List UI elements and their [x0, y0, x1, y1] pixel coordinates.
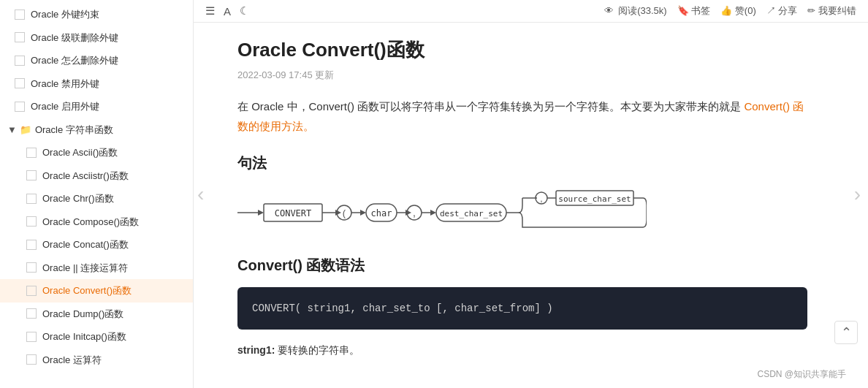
svg-text:dest_char_set: dest_char_set [440, 209, 503, 218]
file-icon [15, 9, 25, 20]
sidebar: Oracle 外键约束Oracle 级联删除外键Oracle 怎么删除外键Ora… [0, 0, 194, 388]
sidebar-item-item-11[interactable]: Oracle Concat()函数 [0, 233, 193, 256]
file-icon [26, 286, 37, 296]
article-title: Oracle Convert()函数 [237, 37, 807, 63]
sidebar-item-item-1[interactable]: Oracle 外键约束 [0, 3, 193, 26]
sidebar-item-item-6[interactable]: ▼📁Oracle 字符串函数 [0, 118, 193, 142]
chevron-up-icon: ⌃ [841, 324, 852, 341]
eye-icon: 👁 [604, 5, 614, 16]
file-icon [15, 78, 25, 88]
section-syntax-title: 句法 [237, 153, 807, 173]
main-content: ☰ A ☾ 👁 阅读(33.5k) 🔖 书签 👍 赞(0) ↗ 分享 ✏ [194, 0, 868, 388]
file-icon [15, 56, 25, 66]
edit-icon: ✏ [807, 5, 815, 16]
sidebar-item-item-10[interactable]: Oracle Compose()函数 [0, 210, 193, 234]
file-icon [26, 148, 37, 158]
bookmark-btn[interactable]: 🔖 书签 [677, 4, 711, 18]
svg-marker-5 [335, 210, 341, 216]
sidebar-item-label: Oracle 级联删除外键 [31, 31, 118, 45]
sidebar-item-label: Oracle Dump()函数 [42, 307, 123, 322]
report-btn[interactable]: ✏ 我要纠错 [807, 4, 856, 18]
sidebar-item-item-12[interactable]: Oracle || 连接运算符 [0, 256, 193, 280]
sidebar-item-item-13[interactable]: Oracle Convert()函数 [0, 279, 193, 303]
file-icon [26, 262, 37, 273]
svg-text:,: , [540, 194, 542, 204]
sidebar-item-label: Oracle Ascii()函数 [42, 145, 118, 160]
sidebar-item-label: Oracle Compose()函数 [42, 215, 139, 229]
code-block: CONVERT( string1, char_set_to [, char_se… [237, 287, 807, 330]
intro-link[interactable]: Convert() 函数的使用方法。 [237, 100, 804, 132]
svg-marker-17 [430, 210, 436, 216]
syntax-diagram: CONVERT ( char , [237, 185, 807, 238]
sidebar-item-item-8[interactable]: Oracle Asciistr()函数 [0, 164, 193, 188]
sidebar-item-label: Oracle 怎么删除外键 [31, 53, 118, 68]
section-function-title: Convert() 函数语法 [237, 256, 807, 275]
nav-next-arrow[interactable]: › [854, 183, 861, 206]
sidebar-item-item-7[interactable]: Oracle Ascii()函数 [0, 141, 193, 164]
like-btn[interactable]: 👍 赞(0) [720, 4, 756, 18]
svg-text:,: , [413, 207, 416, 218]
sidebar-item-item-9[interactable]: Oracle Chr()函数 [0, 187, 193, 210]
article-date: 2022-03-09 17:45 更新 [237, 69, 807, 82]
sidebar-item-item-16[interactable]: Oracle 运算符 [0, 349, 193, 372]
sidebar-item-item-5[interactable]: Oracle 启用外键 [0, 95, 193, 118]
svg-marker-13 [406, 210, 411, 216]
sidebar-item-item-15[interactable]: Oracle Initcap()函数 [0, 325, 193, 349]
sidebar-item-label: Oracle Initcap()函数 [42, 330, 126, 344]
font-icon[interactable]: A [224, 5, 231, 18]
sidebar-item-label: Oracle Asciistr()函数 [42, 169, 129, 183]
file-icon [26, 240, 37, 250]
nav-prev-arrow[interactable]: ‹ [197, 183, 204, 206]
share-icon: ↗ [766, 5, 776, 16]
toolbar-left: ☰ A ☾ [205, 4, 249, 18]
sidebar-item-label: Oracle || 连接运算符 [42, 261, 128, 275]
list-icon[interactable]: ☰ [205, 4, 215, 18]
folder-icon: 📁 [20, 123, 31, 137]
sidebar-item-label: Oracle 禁用外键 [31, 77, 99, 91]
article-intro: 在 Oracle 中，Convert() 函数可以将字符串从一个字符集转换为另一… [237, 96, 807, 136]
thumb-up-icon: 👍 [720, 5, 732, 16]
toolbar: ☰ A ☾ 👁 阅读(33.5k) 🔖 书签 👍 赞(0) ↗ 分享 ✏ [194, 0, 868, 23]
sidebar-item-label: Oracle 运算符 [42, 353, 102, 368]
footer-note: CSDN @知识共享能手 [757, 368, 846, 381]
sidebar-item-item-2[interactable]: Oracle 级联删除外键 [0, 26, 193, 50]
sidebar-item-label: Oracle Convert()函数 [42, 284, 132, 298]
param-label: string1: [237, 344, 275, 356]
svg-text:CONVERT: CONVERT [275, 208, 312, 218]
sidebar-item-label: Oracle 启用外键 [31, 99, 99, 114]
file-icon [26, 354, 37, 365]
moon-icon[interactable]: ☾ [240, 4, 249, 18]
sidebar-item-label: Oracle 字符串函数 [35, 123, 113, 137]
collapse-icon: ▼ [7, 123, 17, 137]
file-icon [26, 194, 37, 204]
file-icon [26, 308, 37, 319]
sidebar-item-item-14[interactable]: Oracle Dump()函数 [0, 303, 193, 326]
bookmark-icon: 🔖 [677, 5, 689, 16]
file-icon [15, 102, 25, 112]
scroll-to-top-button[interactable]: ⌃ [834, 321, 858, 344]
param-desc: string1: 要转换的字符串。 [237, 341, 807, 360]
sidebar-item-label: Oracle Concat()函数 [42, 237, 129, 252]
read-count: 👁 阅读(33.5k) [604, 4, 667, 18]
file-icon [15, 32, 25, 42]
share-btn[interactable]: ↗ 分享 [766, 4, 798, 18]
sidebar-item-label: Oracle 外键约束 [31, 7, 99, 22]
svg-text:(: ( [343, 208, 346, 218]
svg-text:source_char_set: source_char_set [558, 194, 631, 204]
svg-text:char: char [371, 208, 392, 218]
sidebar-item-item-3[interactable]: Oracle 怎么删除外键 [0, 49, 193, 72]
article-content: Oracle Convert()函数 2022-03-09 17:45 更新 在… [194, 23, 851, 382]
toolbar-right: 👁 阅读(33.5k) 🔖 书签 👍 赞(0) ↗ 分享 ✏ 我要纠错 [604, 4, 856, 18]
syntax-svg: CONVERT ( char , [237, 185, 647, 236]
svg-marker-9 [360, 210, 366, 216]
file-icon [26, 170, 37, 180]
svg-marker-1 [258, 210, 264, 216]
sidebar-item-label: Oracle Chr()函数 [42, 191, 114, 206]
file-icon [26, 332, 37, 342]
file-icon [26, 216, 37, 227]
sidebar-item-item-4[interactable]: Oracle 禁用外键 [0, 72, 193, 96]
